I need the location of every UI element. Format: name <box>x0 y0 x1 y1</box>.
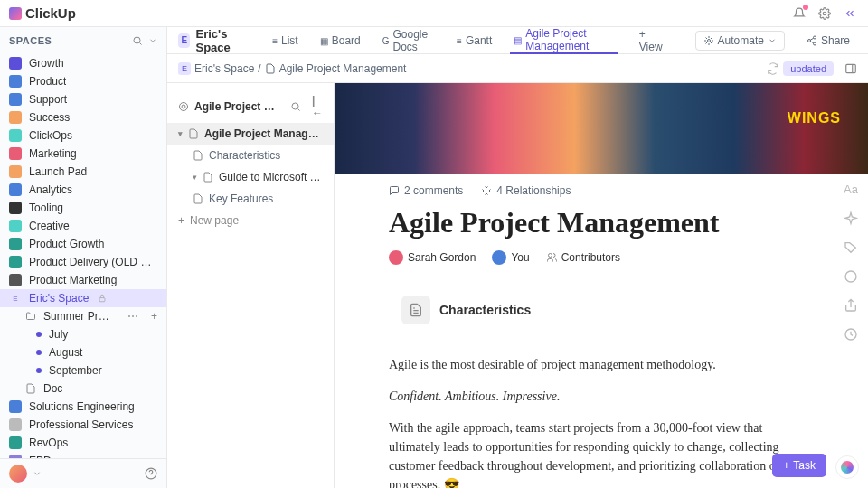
doc-tree-item[interactable]: Key Features <box>167 188 334 210</box>
new-page-button[interactable]: + New page <box>167 210 334 231</box>
sidebar-item[interactable]: Success <box>0 108 166 127</box>
app-logo[interactable]: ClickUp <box>9 5 76 21</box>
breadcrumb-page[interactable]: Agile Project Management <box>279 62 407 75</box>
breadcrumb-bar: E Eric's Space / Agile Project Managemen… <box>167 54 868 83</box>
chevron-down-icon[interactable] <box>148 36 157 45</box>
sidebar-item[interactable]: Product Marketing <box>0 271 166 289</box>
sidebar-item-label: Product <box>29 75 66 88</box>
chevron-down-icon[interactable] <box>33 469 42 478</box>
sidebar-item[interactable]: Analytics <box>0 181 166 199</box>
collapse-icon[interactable]: |← <box>312 94 323 119</box>
sidebar-folder[interactable]: Summer Projects ⋯ + <box>0 307 166 325</box>
space-icon <box>9 57 22 70</box>
doc-title[interactable]: Agile Project Management <box>389 206 814 239</box>
characteristics-block[interactable]: Characteristics <box>389 283 814 337</box>
sidebar-list-item[interactable]: September <box>0 361 166 380</box>
panel-icon[interactable] <box>844 62 857 75</box>
sidebar-item[interactable]: RevOps <box>0 434 166 452</box>
view-tab[interactable]: ▦Board <box>316 27 364 54</box>
sidebar-item[interactable]: Product <box>0 72 166 90</box>
space-icon <box>9 400 22 413</box>
settings-icon[interactable] <box>816 5 834 23</box>
doc-tree-item[interactable]: ▾Guide to Microsoft Teams Project... <box>167 166 334 188</box>
sidebar-item-erics-space[interactable]: E Eric's Space <box>0 289 166 307</box>
sidebar-list: GrowthProductSupportSuccessClickOpsMarke… <box>0 54 166 458</box>
sidebar-item[interactable]: Product Growth <box>0 235 166 253</box>
comment-icon[interactable] <box>844 269 860 286</box>
space-icon <box>9 75 22 88</box>
space-icon <box>9 202 22 214</box>
page-icon <box>203 172 213 183</box>
cover-image[interactable] <box>335 83 868 174</box>
sidebar-item[interactable]: Support <box>0 90 166 108</box>
collapse-sidebar-icon[interactable] <box>841 5 859 23</box>
comments-button[interactable]: 2 comments <box>389 184 463 197</box>
sidebar-item[interactable]: Creative <box>0 217 166 235</box>
sidebar-item[interactable]: Launch Pad <box>0 163 166 181</box>
tab-icon: ≡ <box>457 36 462 46</box>
automate-button[interactable]: Automate <box>695 31 785 51</box>
sidebar-item[interactable]: Professional Services <box>0 416 166 434</box>
view-tab[interactable]: ≡Gantt <box>453 27 495 54</box>
doc-paragraph[interactable]: With the agile approach, teams start pro… <box>389 418 814 488</box>
user-avatar[interactable] <box>9 465 27 483</box>
help-icon[interactable] <box>145 467 157 480</box>
sidebar-item-label: Tooling <box>29 202 63 214</box>
tab-label: Agile Project Management <box>525 27 614 52</box>
clickup-float-icon[interactable] <box>835 455 859 479</box>
sync-icon[interactable] <box>767 62 779 75</box>
space-chip-icon: E <box>178 33 190 48</box>
new-task-button[interactable]: + Task <box>772 454 826 477</box>
sidebar-item-label: Marketing <box>29 147 77 160</box>
tag-icon[interactable] <box>844 240 860 257</box>
page-icon <box>188 128 199 139</box>
view-tab[interactable]: ≡List <box>269 27 302 54</box>
people-icon <box>546 252 557 263</box>
history-icon[interactable] <box>844 327 860 343</box>
contributor[interactable]: Contributors <box>546 250 620 265</box>
sidebar-item[interactable]: Solutions Engineering <box>0 398 166 416</box>
sidebar-item-label: Support <box>29 93 67 106</box>
svg-rect-2 <box>99 298 105 302</box>
tab-label: Gantt <box>466 34 492 47</box>
svg-point-0 <box>823 12 826 15</box>
sidebar-list-item[interactable]: July <box>0 325 166 343</box>
sidebar-item[interactable]: Marketing <box>0 145 166 163</box>
plus-icon[interactable]: + <box>151 310 157 323</box>
sidebar-item[interactable]: Product Delivery (OLD DON'T US... <box>0 253 166 271</box>
sidebar-item[interactable]: EPD <box>0 452 166 458</box>
breadcrumb-space[interactable]: Eric's Space <box>194 62 254 75</box>
view-tab[interactable]: ▤Agile Project Management <box>510 27 618 54</box>
share-icon[interactable] <box>844 298 860 314</box>
view-tab[interactable]: GGoogle Docs <box>379 27 439 54</box>
sidebar-item[interactable]: Growth <box>0 54 166 72</box>
sidebar-item[interactable]: Tooling <box>0 199 166 217</box>
search-icon[interactable] <box>290 101 301 112</box>
tab-icon: ≡ <box>272 36 278 46</box>
doc-tree-item[interactable]: Characteristics <box>167 145 334 166</box>
sidebar-search-icon[interactable] <box>132 35 143 46</box>
contributor[interactable]: You <box>492 250 529 265</box>
page-icon <box>193 193 203 204</box>
caret-icon: ▾ <box>178 129 183 138</box>
doc-tree-item[interactable]: ▾Agile Project Management <box>167 123 334 145</box>
space-chip[interactable]: E Eric's Space <box>178 27 254 54</box>
text-style-icon[interactable]: Aa <box>844 183 860 199</box>
contributor[interactable]: Sarah Gordon <box>389 250 476 265</box>
tab-label: List <box>281 34 298 47</box>
doc-label: Doc <box>43 382 62 395</box>
doc-paragraph[interactable]: Agile is the most desirable of project m… <box>389 355 814 374</box>
tab-icon: G <box>382 36 390 46</box>
ai-icon[interactable] <box>844 211 860 228</box>
relationships-button[interactable]: 4 Relationships <box>481 184 571 197</box>
share-button[interactable]: Share <box>799 32 857 50</box>
sidebar-item-label: Creative <box>29 220 70 232</box>
more-icon[interactable]: ⋯ <box>127 310 138 323</box>
sidebar-item[interactable]: ClickOps <box>0 127 166 145</box>
sidebar-list-item[interactable]: August <box>0 343 166 361</box>
sidebar-doc[interactable]: Doc <box>0 380 166 398</box>
notifications-icon[interactable] <box>790 5 808 23</box>
doc-paragraph[interactable]: Confident. Ambitious. Impressive. <box>389 387 814 406</box>
view-tab[interactable]: + View <box>632 27 666 54</box>
doc-main: 2 comments 4 Relationships Agile Project… <box>335 83 868 488</box>
